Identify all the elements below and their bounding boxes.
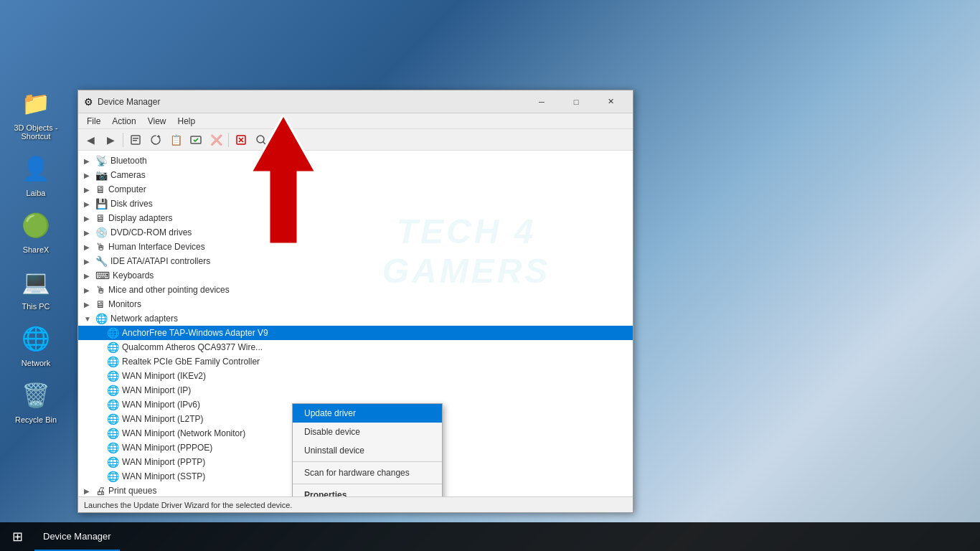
expand-arrow: ▼ <box>84 315 95 323</box>
expand-arrow: ▶ <box>84 243 95 251</box>
desktop-icon-laiba[interactable]: 👤 Laiba <box>7 151 65 197</box>
properties-button[interactable] <box>126 131 145 149</box>
start-button[interactable]: ⊞ <box>0 522 34 551</box>
icon-label: ShareX <box>23 245 50 254</box>
menu-action[interactable]: Action <box>106 115 141 128</box>
taskbar-device-manager[interactable]: Device Manager <box>34 522 120 551</box>
monitor-icon: 🖥 <box>95 298 105 310</box>
desktop-icon-this-pc[interactable]: 💻 This PC <box>7 265 65 311</box>
expand-arrow: ▶ <box>84 171 95 179</box>
tree-item-monitors[interactable]: ▶ 🖥 Monitors <box>78 297 633 311</box>
context-menu-uninstall-device[interactable]: Uninstall device <box>293 441 442 460</box>
tree-item-dvd[interactable]: ▶ 💿 DVD/CD-ROM drives <box>78 225 633 240</box>
keyboard-icon: ⌨ <box>95 270 110 281</box>
tree-item-computer[interactable]: ▶ 🖥 Computer <box>78 182 633 197</box>
item-label: IDE ATA/ATAPI controllers <box>110 256 210 266</box>
item-label: WAN Miniport (PPTP) <box>122 457 205 467</box>
icon-label: This PC <box>22 302 50 311</box>
tree-item-bluetooth[interactable]: ▶ 📡 Bluetooth <box>78 154 633 168</box>
expand-arrow: ▶ <box>84 229 95 237</box>
scan-button[interactable] <box>252 131 270 149</box>
tree-item-ide[interactable]: ▶ 🔧 IDE ATA/ATAPI controllers <box>78 254 633 268</box>
tree-item-network-adapters[interactable]: ▼ 🌐 Network adapters <box>78 311 633 326</box>
svg-rect-2 <box>133 140 137 141</box>
item-label: WAN Miniport (IPv6) <box>122 400 200 410</box>
tree-item-wan-ikev2[interactable]: 🌐 WAN Miniport (IKEv2) <box>78 369 633 383</box>
tree-item-hid[interactable]: ▶ 🖱 Human Interface Devices <box>78 240 633 254</box>
disk-icon: 💾 <box>95 198 108 209</box>
item-label: WAN Miniport (IP) <box>122 385 191 395</box>
context-menu-scan-hardware[interactable]: Scan for hardware changes <box>293 463 442 482</box>
expand-arrow: ▶ <box>84 215 95 222</box>
expand-arrow: ▶ <box>84 200 95 208</box>
icon-label: 3D Objects - Shortcut <box>7 123 65 141</box>
expand-arrow: ▶ <box>84 286 95 294</box>
status-bar: Launches the Update Driver Wizard for th… <box>78 496 633 512</box>
menu-view[interactable]: View <box>142 115 172 128</box>
window-toolbar: ◀ ▶ 📋 ❌ <box>78 129 633 151</box>
update-button[interactable] <box>146 131 165 149</box>
expand-arrow: ▶ <box>84 186 95 194</box>
folder-icon: 📁 <box>19 86 53 121</box>
tree-item-wan-ip[interactable]: 🌐 WAN Miniport (IP) <box>78 383 633 397</box>
item-label: WAN Miniport (IKEv2) <box>122 371 206 381</box>
menu-file[interactable]: File <box>81 115 106 128</box>
toolbar-separator-2 <box>228 133 229 147</box>
back-button[interactable]: ◀ <box>81 131 100 149</box>
desktop-icon-network[interactable]: 🌐 Network <box>7 321 65 367</box>
tree-item-display-adapters[interactable]: ▶ 🖥 Display adapters <box>78 211 633 225</box>
adapter-icon: 🌐 <box>107 471 119 482</box>
item-label: Display adapters <box>108 213 172 223</box>
window-icon: ⚙ <box>84 96 93 108</box>
device-manager-window: ⚙ Device Manager ─ □ ✕ File Action View … <box>77 90 633 513</box>
expand-arrow: ▶ <box>84 258 95 265</box>
tree-item-qualcomm[interactable]: 🌐 Qualcomm Atheros QCA9377 Wire... <box>78 340 633 354</box>
expand-arrow: ▶ <box>84 301 95 309</box>
window-menubar: File Action View Help <box>78 113 633 129</box>
desktop-icon-sharex[interactable]: 🟢 ShareX <box>7 208 65 254</box>
desktop-icon-3d-objects[interactable]: 📁 3D Objects - Shortcut <box>7 86 65 141</box>
minimize-button[interactable]: ─ <box>525 91 558 113</box>
printer-icon: 🖨 <box>95 485 105 496</box>
tree-item-anchorfree[interactable]: 🌐 AnchorFree TAP-Windows Adapter V9 <box>78 326 633 340</box>
item-label: AnchorFree TAP-Windows Adapter V9 <box>122 328 268 338</box>
device-props-button[interactable]: 📋 <box>166 131 185 149</box>
context-menu-separator-1 <box>293 461 442 462</box>
uninstall-button[interactable] <box>232 131 250 149</box>
taskbar: ⊞ Device Manager <box>0 522 980 551</box>
computer-icon: 🖥 <box>95 184 105 195</box>
context-menu-properties[interactable]: Properties <box>293 486 442 496</box>
adapter-icon: 🌐 <box>107 356 119 367</box>
item-label: Cameras <box>110 170 146 180</box>
enable-button[interactable] <box>187 131 205 149</box>
maximize-button[interactable]: □ <box>560 91 593 113</box>
menu-help[interactable]: Help <box>172 115 202 128</box>
item-label: Mice and other pointing devices <box>108 285 230 295</box>
tree-item-keyboards[interactable]: ▶ ⌨ Keyboards <box>78 268 633 283</box>
display-icon: 🖥 <box>95 212 105 224</box>
desktop-icons: 📁 3D Objects - Shortcut 👤 Laiba 🟢 ShareX… <box>7 86 65 424</box>
expand-arrow: ▶ <box>84 487 95 495</box>
mice-icon: 🖱 <box>95 284 105 296</box>
tree-item-mice[interactable]: ▶ 🖱 Mice and other pointing devices <box>78 283 633 297</box>
tree-item-disk-drives[interactable]: ▶ 💾 Disk drives <box>78 197 633 211</box>
item-label: Disk drives <box>110 199 153 209</box>
window-controls: ─ □ ✕ <box>525 91 627 113</box>
desktop-icon-recycle-bin[interactable]: 🗑️ Recycle Bin <box>7 378 65 424</box>
icon-label: Laiba <box>27 189 46 197</box>
context-menu-update-driver[interactable]: Update driver <box>293 404 442 423</box>
forward-button[interactable]: ▶ <box>101 131 120 149</box>
item-label: Network adapters <box>110 314 178 324</box>
tree-item-cameras[interactable]: ▶ 📷 Cameras <box>78 168 633 182</box>
disable-button[interactable]: ❌ <box>207 131 225 149</box>
item-label: Realtek PCIe GbE Family Controller <box>122 357 260 367</box>
item-label: Keyboards <box>113 270 154 281</box>
svg-marker-3 <box>157 135 161 137</box>
tree-item-realtek[interactable]: 🌐 Realtek PCIe GbE Family Controller <box>78 354 633 369</box>
network-icon: 🌐 <box>95 313 108 324</box>
ide-icon: 🔧 <box>95 255 108 267</box>
context-menu-disable-device[interactable]: Disable device <box>293 423 442 441</box>
close-button[interactable]: ✕ <box>594 91 627 113</box>
adapter-icon: 🌐 <box>107 342 119 353</box>
window-title: Device Manager <box>98 97 525 107</box>
